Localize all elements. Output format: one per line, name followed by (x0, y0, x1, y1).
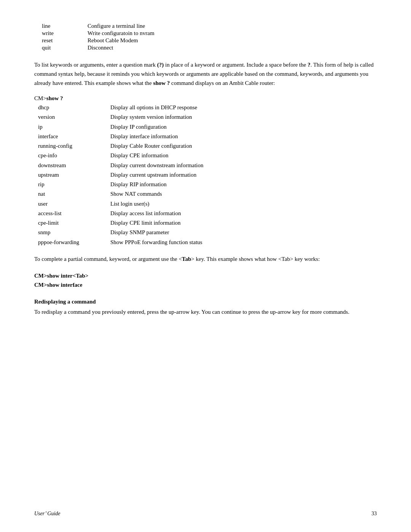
redisplay-title: Redisplaying a command (34, 299, 377, 305)
paragraph-2: To complete a partial command, keyword, … (34, 254, 377, 264)
show-cmd-interface: interface (38, 132, 110, 141)
show-desc-cpe-info: Display CPE information (110, 151, 377, 160)
redisplay-section: Redisplaying a command To redisplay a co… (34, 299, 377, 316)
list-item: user List login user(s) (38, 200, 377, 208)
show-desc-running-config: Display Cable Router configuration (110, 142, 377, 150)
show-command-bold: show ? (46, 95, 63, 101)
table-row: line Configure a terminal line (42, 23, 377, 29)
show-cmd-version: version (38, 113, 110, 121)
show-desc-cpe-limit: Display CPE limit information (110, 219, 377, 227)
list-item: downstream Display current downstream in… (38, 161, 377, 170)
show-cmd-nat: nat (38, 190, 110, 198)
show-desc-rip: Display RIP information (110, 180, 377, 189)
show-cmd-cpe-limit: cpe-limit (38, 219, 110, 227)
list-item: access-list Display access list informat… (38, 209, 377, 218)
show-desc-interface: Display interface information (110, 132, 377, 141)
top-command-table: line Configure a terminal line write Wri… (42, 23, 377, 51)
show-cmd-upstream: upstream (38, 171, 110, 179)
show-command-table: dhcp Display all options in DHCP respons… (38, 103, 377, 247)
show-desc-snmp: Display SNMP parameter (110, 228, 377, 237)
cmd-name-line: line (42, 23, 88, 29)
cmd-desc-reset: Reboot Cable Modem (88, 37, 377, 44)
show-cmd-snmp: snmp (38, 228, 110, 237)
show-desc-nat: Show NAT commands (110, 190, 377, 198)
table-row: write Write configuratoin to nvram (42, 30, 377, 37)
list-item: upstream Display current upstream inform… (38, 171, 377, 179)
footer: User’ Guide 33 (34, 511, 377, 517)
show-desc-upstream: Display current upstream information (110, 171, 377, 179)
table-row: reset Reboot Cable Modem (42, 37, 377, 44)
show-desc-pppoe: Show PPPoE forwarding function status (110, 238, 377, 247)
list-item: ip Display IP configuration (38, 123, 377, 131)
cmd-desc-line: Configure a terminal line (88, 23, 377, 29)
show-prompt: CM>show ? (34, 95, 377, 102)
show-desc-user: List login user(s) (110, 200, 377, 208)
list-item: nat Show NAT commands (38, 190, 377, 198)
list-item: running-config Display Cable Router conf… (38, 142, 377, 150)
list-item: pppoe-forwarding Show PPPoE forwarding f… (38, 238, 377, 247)
cmd-name-reset: reset (42, 37, 88, 44)
show-cmd-dhcp: dhcp (38, 103, 110, 112)
page-number: 33 (371, 511, 377, 517)
cmd-desc-write: Write configuratoin to nvram (88, 30, 377, 37)
show-cmd-user: user (38, 200, 110, 208)
table-row: quit Disconnect (42, 45, 377, 51)
show-cmd-cpe-info: cpe-info (38, 151, 110, 160)
cm-prefix: CM> (34, 95, 46, 101)
show-desc-dhcp: Display all options in DHCP response (110, 103, 377, 112)
list-item: dhcp Display all options in DHCP respons… (38, 103, 377, 112)
show-cmd-downstream: downstream (38, 161, 110, 170)
show-desc-ip: Display IP configuration (110, 123, 377, 131)
page-content: line Configure a terminal line write Wri… (34, 23, 377, 316)
show-section: CM>show ? dhcp Display all options in DH… (34, 95, 377, 247)
list-item: interface Display interface information (38, 132, 377, 141)
show-desc-access-list: Display access list information (110, 209, 377, 218)
list-item: snmp Display SNMP parameter (38, 228, 377, 237)
cmd-name-write: write (42, 30, 88, 37)
redisplay-text: To redisplay a command you previously en… (34, 307, 377, 316)
list-item: cpe-info Display CPE information (38, 151, 377, 160)
show-cmd-ip: ip (38, 123, 110, 131)
paragraph-1: To list keywords or arguments, enter a q… (34, 60, 377, 88)
show-cmd-access-list: access-list (38, 209, 110, 218)
cmd-desc-quit: Disconnect (88, 45, 377, 51)
show-cmd-rip: rip (38, 180, 110, 189)
footer-label: User’ Guide (34, 511, 61, 517)
show-desc-downstream: Display current downstream information (110, 161, 377, 170)
show-cmd-pppoe: pppoe-forwarding (38, 238, 110, 247)
tab-example: CM>show inter<Tab> CM>show interface (34, 271, 377, 289)
show-desc-version: Display system version information (110, 113, 377, 121)
list-item: cpe-limit Display CPE limit information (38, 219, 377, 227)
tab-line-1: CM>show inter<Tab> (34, 271, 377, 280)
tab-line-2: CM>show interface (34, 280, 377, 289)
show-cmd-running-config: running-config (38, 142, 110, 150)
cmd-name-quit: quit (42, 45, 88, 51)
list-item: rip Display RIP information (38, 180, 377, 189)
list-item: version Display system version informati… (38, 113, 377, 121)
